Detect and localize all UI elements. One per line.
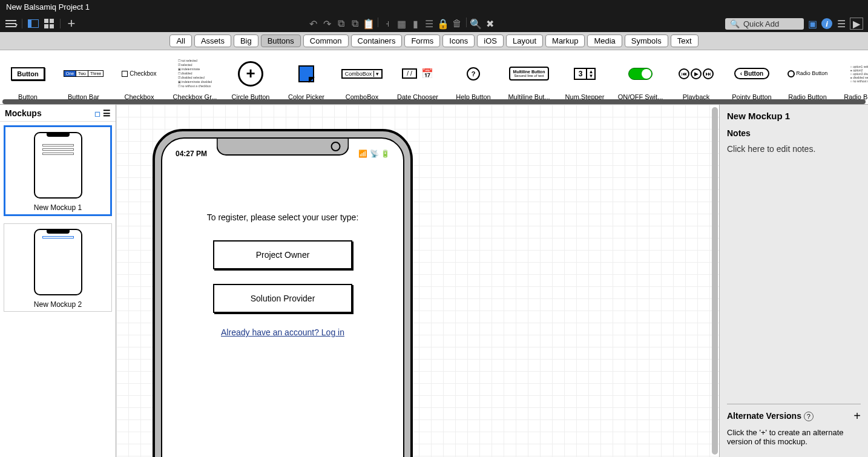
- menu-icon[interactable]: [5, 18, 17, 30]
- canvas-scrollbar[interactable]: [712, 107, 718, 455]
- tab-media[interactable]: Media: [587, 35, 622, 47]
- multiline-line2: Second line of text: [513, 74, 545, 77]
- undo-icon[interactable]: ↶: [307, 18, 319, 30]
- lib-help-button[interactable]: ? Help Button: [446, 50, 501, 104]
- tab-buttons[interactable]: Buttons: [261, 35, 301, 47]
- align-icon[interactable]: ⫞: [381, 18, 393, 30]
- quick-add-input[interactable]: 🔍 Quick Add: [725, 18, 804, 30]
- tab-text[interactable]: Text: [671, 35, 699, 47]
- toolbar-right: 🔍 Quick Add ▣ i ☰ ▶: [725, 18, 863, 30]
- fullscreen-icon[interactable]: ▶: [850, 18, 863, 30]
- component-library: Button Button OneTwoThree Button Bar Che…: [0, 50, 868, 105]
- copy-icon[interactable]: ⧉: [335, 18, 347, 30]
- help-icon[interactable]: ?: [804, 412, 814, 421]
- notes-panel: New Mockup 1 Notes Click here to edit no…: [719, 105, 868, 457]
- search-icon: 🔍: [730, 19, 740, 28]
- tab-layout[interactable]: Layout: [506, 35, 543, 47]
- solution-provider-button[interactable]: Solution Provider: [213, 284, 352, 313]
- lib-color-picker[interactable]: Color Picker: [278, 50, 334, 104]
- tab-icons[interactable]: Icons: [442, 35, 475, 47]
- group-icon[interactable]: ▦: [395, 18, 407, 30]
- tab-symbols[interactable]: Symbols: [625, 35, 668, 47]
- rewind-icon: ⏮: [679, 68, 689, 79]
- toolbar-center: ↶ ↷ ⧉ ⧉ 📋 ⫞ ▦ ▮ ☰ 🔒 🗑 🔍 ✖: [81, 18, 722, 30]
- add-mockup-icon[interactable]: +: [65, 18, 77, 30]
- clipboard-icon[interactable]: 📋: [363, 18, 375, 30]
- bar-seg: Two: [76, 71, 88, 76]
- mockup-thumb-2[interactable]: New Mockup 2: [4, 223, 112, 312]
- project-title: New Balsamiq Project 1: [6, 2, 90, 12]
- register-prompt: To register, please select your user typ…: [186, 212, 379, 222]
- library-toggle-icon[interactable]: ▣: [806, 18, 818, 30]
- lib-onoff-switch[interactable]: ON/OFF Swit...: [613, 50, 668, 104]
- lib-button-bar[interactable]: OneTwoThree Button Bar: [56, 50, 111, 104]
- color-swatch: [298, 65, 314, 82]
- phone-frame[interactable]: 04:27 PM 📶 📡 🔋 To register, please selec…: [153, 129, 413, 457]
- library-tabs: All Assets Big Buttons Common Containers…: [0, 32, 868, 50]
- trash-icon[interactable]: 🗑: [451, 18, 463, 30]
- alt-label: Alternate Versions: [727, 411, 801, 421]
- markup-toggle-icon[interactable]: ✖: [484, 18, 496, 30]
- stepper-value: 3: [575, 69, 587, 79]
- tab-all[interactable]: All: [169, 35, 191, 47]
- notes-mockup-name: New Mockup 1: [727, 111, 861, 121]
- tab-forms[interactable]: Forms: [404, 35, 440, 47]
- lock-icon[interactable]: 🔒: [437, 18, 449, 30]
- phone-content: To register, please select your user typ…: [162, 158, 403, 337]
- tab-ios[interactable]: iOS: [477, 35, 504, 47]
- lib-num-stepper[interactable]: 3▲▼ Num.Stepper: [557, 50, 613, 104]
- paste-icon[interactable]: ⧉: [349, 18, 361, 30]
- lib-checkbox-group[interactable]: ☐ not selected☑ selected▣ indeterminate☐…: [167, 50, 223, 104]
- lib-date-chooser[interactable]: / /📅 Date Chooser: [390, 50, 446, 104]
- login-link[interactable]: Already have an account? Log in: [186, 327, 379, 337]
- zoom-icon[interactable]: 🔍: [470, 18, 482, 30]
- phone-screen: 04:27 PM 📶 📡 🔋 To register, please selec…: [161, 137, 404, 457]
- info-icon[interactable]: i: [821, 18, 833, 30]
- radio-label: Radio Button: [796, 70, 827, 76]
- tab-big[interactable]: Big: [234, 35, 258, 47]
- lib-radio-button-group[interactable]: ○ option1 selected● option2○ option3 dis…: [835, 50, 868, 104]
- tab-assets[interactable]: Assets: [194, 35, 231, 47]
- list-icon[interactable]: ☰: [103, 108, 111, 118]
- combo-preview: ComboBox: [341, 69, 383, 79]
- thumb-label: New Mockup 2: [34, 300, 82, 309]
- button-preview: Button: [11, 67, 44, 81]
- lib-playback[interactable]: ⏮ ▶ ⏭ Playback: [668, 50, 724, 104]
- tab-containers[interactable]: Containers: [351, 35, 403, 47]
- lib-circle-button[interactable]: + Circle Button: [223, 50, 278, 104]
- panel-toggle-icon[interactable]: ◻: [94, 110, 100, 118]
- lib-combobox[interactable]: ComboBox ComboBox: [334, 50, 390, 104]
- main-area: Mockups ◻ ☰ New Mockup 1 New Mockup 2: [0, 105, 868, 457]
- library-scrollbar[interactable]: [2, 99, 866, 104]
- lib-pointy-button[interactable]: Button Pointy Button: [724, 50, 780, 104]
- alternate-versions-header: Alternate Versions ? +: [727, 404, 861, 423]
- quick-add-placeholder: Quick Add: [743, 19, 779, 28]
- notes-body[interactable]: Click here to edit notes.: [727, 144, 861, 404]
- lib-button[interactable]: Button Button: [0, 50, 56, 104]
- stepper-arrows: ▲▼: [586, 69, 594, 79]
- tab-markup[interactable]: Markup: [545, 35, 585, 47]
- redo-icon[interactable]: ↷: [321, 18, 333, 30]
- canvas[interactable]: 04:27 PM 📶 📡 🔋 To register, please selec…: [116, 105, 719, 457]
- switch-icon: [628, 68, 653, 80]
- pointy-preview: Button: [734, 68, 769, 79]
- send-back-icon[interactable]: ☰: [423, 18, 435, 30]
- lib-checkbox[interactable]: Checkbox Checkbox: [111, 50, 167, 104]
- tab-common[interactable]: Common: [303, 35, 349, 47]
- grid-view-icon[interactable]: [43, 18, 55, 30]
- add-alternate-icon[interactable]: +: [853, 409, 861, 423]
- phone-notch: [217, 139, 349, 156]
- bar-seg: One: [64, 71, 76, 76]
- mockup-thumb-1[interactable]: New Mockup 1: [4, 125, 112, 216]
- forward-icon: ⏭: [703, 68, 714, 79]
- window-titlebar: New Balsamiq Project 1: [0, 0, 868, 15]
- lib-multiline-button[interactable]: Multiline ButtonSecond line of text Mult…: [501, 50, 557, 104]
- properties-toggle-icon[interactable]: ☰: [835, 18, 847, 30]
- bring-front-icon[interactable]: ▮: [409, 18, 421, 30]
- lib-radio-button[interactable]: Radio Button Radio Button: [780, 50, 835, 104]
- mockups-panel: Mockups ◻ ☰ New Mockup 1 New Mockup 2: [0, 105, 116, 457]
- notes-heading: Notes: [727, 128, 861, 138]
- project-owner-button[interactable]: Project Owner: [213, 240, 352, 269]
- navigator-toggle-icon[interactable]: [27, 18, 39, 30]
- separator: [466, 18, 467, 27]
